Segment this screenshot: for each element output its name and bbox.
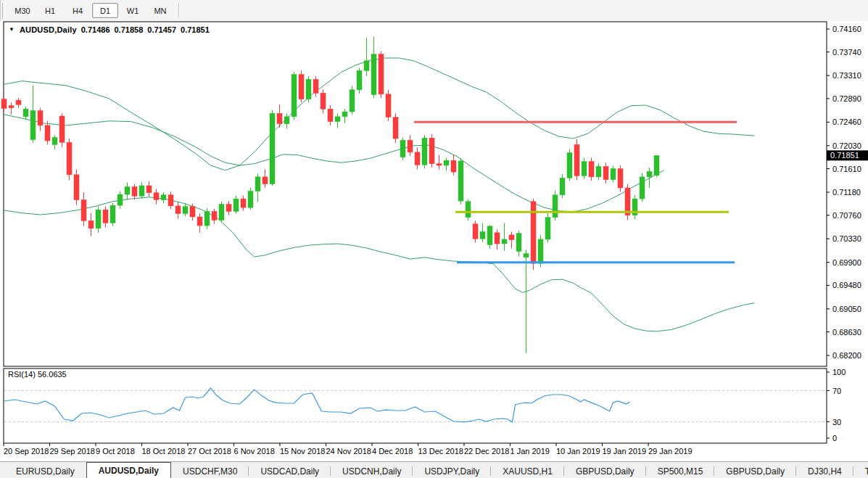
chart-tab-sp500-m15[interactable]: SP500,M15: [646, 464, 715, 478]
bear-candle[interactable]: [509, 235, 514, 240]
bull-candle[interactable]: [560, 178, 565, 194]
bear-candle[interactable]: [574, 144, 579, 176]
bull-candle[interactable]: [647, 171, 652, 177]
bear-candle[interactable]: [38, 111, 43, 125]
bear-candle[interactable]: [408, 140, 413, 152]
bull-candle[interactable]: [422, 138, 427, 165]
bear-candle[interactable]: [241, 199, 246, 207]
bull-candle[interactable]: [161, 195, 166, 200]
bull-candle[interactable]: [30, 111, 36, 140]
chart-tab-usdcad-daily[interactable]: USDCAD,Daily: [249, 464, 331, 478]
chart-tab-usdchf-m30[interactable]: USDCHF,M30: [171, 464, 249, 478]
bear-candle[interactable]: [45, 125, 50, 141]
bull-candle[interactable]: [110, 205, 115, 223]
timeframe-button-H4[interactable]: H4: [65, 3, 91, 18]
timeframe-button-H1[interactable]: H1: [37, 3, 63, 18]
bear-candle[interactable]: [226, 205, 231, 212]
bull-candle[interactable]: [204, 211, 210, 226]
timeframe-button-MN[interactable]: MN: [147, 3, 173, 18]
bear-candle[interactable]: [451, 160, 456, 172]
bear-candle[interactable]: [415, 152, 420, 165]
bear-candle[interactable]: [1, 99, 7, 109]
bear-candle[interactable]: [393, 118, 398, 139]
bull-candle[interactable]: [270, 113, 275, 184]
bull-candle[interactable]: [611, 169, 616, 180]
chart-tab-gbpusd-daily[interactable]: GBPUSD,Daily: [714, 464, 796, 478]
bear-candle[interactable]: [386, 94, 391, 118]
bull-candle[interactable]: [400, 140, 405, 157]
bear-candle[interactable]: [321, 93, 326, 109]
bear-candle[interactable]: [437, 164, 442, 165]
bear-candle[interactable]: [473, 224, 478, 239]
bear-candle[interactable]: [9, 106, 14, 108]
chart-tab-usdjpy-daily[interactable]: USDJPY,Daily: [413, 464, 491, 478]
bear-candle[interactable]: [168, 195, 173, 206]
bear-candle[interactable]: [313, 79, 318, 93]
chart-tab-usdcnh-daily[interactable]: USDCNH,Daily: [331, 464, 413, 478]
bear-candle[interactable]: [299, 75, 304, 99]
bear-candle[interactable]: [197, 217, 202, 226]
bear-candle[interactable]: [328, 109, 333, 121]
time-axis[interactable]: 20 Sep 201829 Sep 20189 Oct 201818 Oct 2…: [4, 443, 693, 456]
bull-candle[interactable]: [335, 117, 340, 122]
bear-candle[interactable]: [81, 200, 86, 221]
bull-candle[interactable]: [183, 207, 188, 214]
bear-candle[interactable]: [429, 138, 434, 163]
bull-candle[interactable]: [233, 199, 239, 211]
bear-candle[interactable]: [263, 177, 268, 184]
rsi-axis[interactable]: 10070300: [827, 368, 846, 442]
bull-candle[interactable]: [538, 239, 543, 263]
bull-candle[interactable]: [458, 161, 463, 201]
bull-candle[interactable]: [545, 218, 550, 239]
bear-candle[interactable]: [277, 113, 282, 123]
bull-candle[interactable]: [524, 254, 529, 257]
bear-candle[interactable]: [495, 233, 500, 244]
bull-candle[interactable]: [480, 231, 485, 239]
bull-candle[interactable]: [357, 70, 362, 89]
bear-candle[interactable]: [74, 175, 79, 200]
bull-candle[interactable]: [640, 177, 645, 199]
bear-candle[interactable]: [154, 193, 159, 200]
timeframe-button-W1[interactable]: W1: [120, 3, 146, 18]
bear-candle[interactable]: [603, 167, 608, 180]
bear-candle[interactable]: [16, 100, 21, 104]
toolbar-grip[interactable]: [2, 3, 6, 19]
bull-candle[interactable]: [371, 54, 376, 95]
bear-candle[interactable]: [531, 202, 536, 263]
bull-candle[interactable]: [139, 186, 144, 196]
bull-candle[interactable]: [117, 194, 123, 205]
bull-candle[interactable]: [292, 75, 297, 117]
bull-candle[interactable]: [364, 61, 369, 71]
bear-candle[interactable]: [618, 169, 623, 188]
bull-candle[interactable]: [567, 153, 572, 178]
bull-candle[interactable]: [444, 160, 449, 165]
bear-candle[interactable]: [175, 206, 181, 214]
bull-candle[interactable]: [23, 109, 28, 117]
bull-candle[interactable]: [582, 162, 587, 176]
chart-tab-audusd-daily[interactable]: AUDUSD,Daily: [86, 462, 171, 478]
chart-canvas[interactable]: 0.741600.737400.733100.728900.724600.720…: [0, 0, 868, 478]
bull-candle[interactable]: [125, 186, 130, 194]
bull-candle[interactable]: [248, 191, 253, 207]
bear-candle[interactable]: [589, 162, 594, 177]
bull-candle[interactable]: [52, 138, 57, 145]
bear-candle[interactable]: [67, 142, 72, 175]
bear-candle[interactable]: [88, 221, 94, 228]
bull-candle[interactable]: [342, 112, 347, 117]
chart-tab-gbpusd-daily[interactable]: GBPUSD,Daily: [564, 464, 646, 478]
bear-candle[interactable]: [379, 54, 384, 94]
bull-candle[interactable]: [654, 155, 659, 176]
bear-candle[interactable]: [146, 186, 152, 193]
chart-tab-eurusd-daily[interactable]: EURUSD,Daily: [4, 464, 86, 478]
bear-candle[interactable]: [190, 207, 195, 217]
bear-candle[interactable]: [212, 211, 217, 220]
bull-candle[interactable]: [306, 79, 311, 99]
bull-candle[interactable]: [255, 177, 260, 191]
bull-candle[interactable]: [596, 167, 601, 177]
bull-candle[interactable]: [516, 234, 521, 252]
dropdown-triangle-icon[interactable]: ▼: [9, 26, 15, 33]
timeframe-button-D1[interactable]: D1: [92, 3, 118, 18]
bull-candle[interactable]: [553, 195, 558, 218]
bear-candle[interactable]: [103, 210, 108, 223]
bull-candle[interactable]: [219, 205, 224, 221]
